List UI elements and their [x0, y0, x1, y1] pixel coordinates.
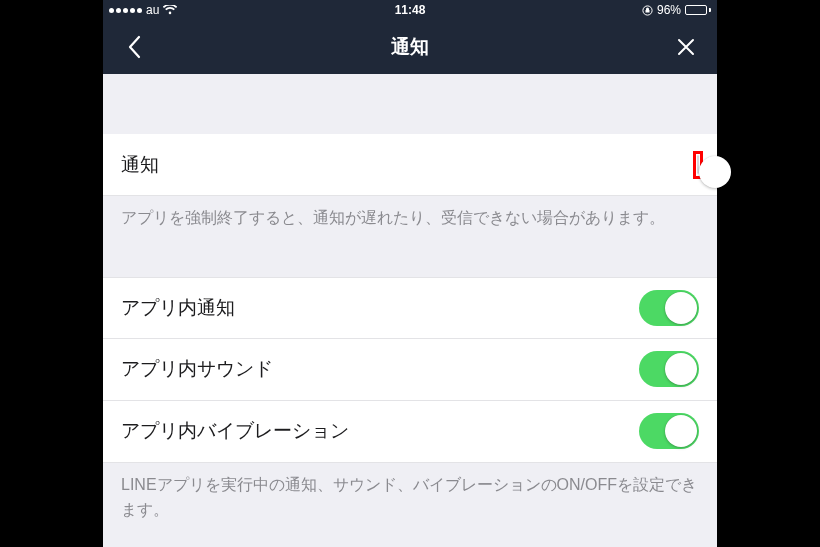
battery-icon [685, 5, 711, 15]
close-button[interactable] [671, 32, 701, 62]
row-notifications: 通知 [103, 134, 717, 196]
toggle-in-app-vibration[interactable] [639, 413, 699, 449]
toggle-in-app-notification[interactable] [639, 290, 699, 326]
wifi-icon [163, 5, 177, 15]
row-label: アプリ内サウンド [121, 356, 273, 382]
phone-screen: au 11:48 96% 通知 [103, 0, 717, 547]
toggle-notifications[interactable] [697, 155, 699, 174]
nav-bar: 通知 [103, 20, 717, 74]
content: 通知 アプリを強制終了すると、通知が遅れたり、受信できない場合があります。 アプ… [103, 74, 717, 540]
row-in-app-sound: アプリ内サウンド [103, 339, 717, 401]
row-in-app-notification: アプリ内通知 [103, 277, 717, 339]
group-description: LINEアプリを実行中の通知、サウンド、バイブレーションのON/OFFを設定でき… [103, 463, 717, 541]
signal-dots-icon [109, 8, 142, 13]
orientation-lock-icon [642, 5, 653, 16]
toggle-in-app-sound[interactable] [639, 351, 699, 387]
back-button[interactable] [119, 32, 149, 62]
clock: 11:48 [395, 3, 426, 17]
carrier-label: au [146, 3, 159, 17]
notifications-description: アプリを強制終了すると、通知が遅れたり、受信できない場合があります。 [103, 196, 717, 249]
row-in-app-vibration: アプリ内バイブレーション [103, 401, 717, 463]
status-bar: au 11:48 96% [103, 0, 717, 20]
row-label: 通知 [121, 152, 159, 178]
page-title: 通知 [391, 34, 429, 60]
row-label: アプリ内通知 [121, 295, 235, 321]
highlight-box [693, 151, 703, 179]
battery-percent: 96% [657, 3, 681, 17]
row-label: アプリ内バイブレーション [121, 418, 349, 444]
